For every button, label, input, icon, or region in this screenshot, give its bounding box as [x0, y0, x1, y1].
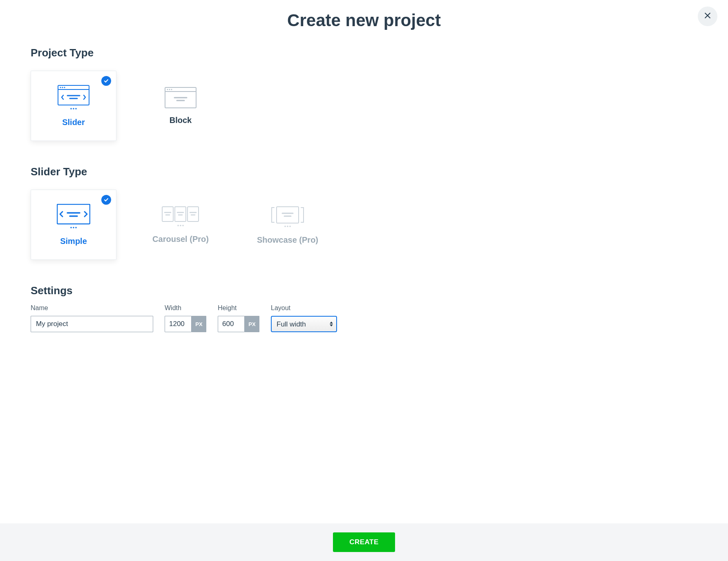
- simple-slider-icon: [57, 204, 90, 229]
- svg-point-42: [289, 226, 291, 227]
- svg-point-15: [169, 89, 170, 90]
- svg-point-40: [284, 226, 286, 227]
- svg-point-36: [182, 225, 184, 226]
- svg-point-4: [60, 87, 61, 88]
- settings-heading: Settings: [31, 284, 697, 297]
- layout-select[interactable]: Full width: [271, 316, 337, 332]
- width-field: Width PX: [165, 304, 206, 332]
- modal-footer: CREATE: [0, 523, 728, 561]
- name-field: Name: [31, 304, 153, 332]
- slider-type-options: Simple: [31, 190, 697, 260]
- svg-point-10: [73, 108, 74, 110]
- svg-point-16: [171, 89, 172, 90]
- carousel-icon: [161, 206, 200, 227]
- name-input[interactable]: [31, 316, 153, 332]
- create-button[interactable]: CREATE: [333, 532, 395, 552]
- slider-type-heading: Slider Type: [31, 165, 697, 178]
- svg-point-9: [70, 108, 72, 110]
- svg-point-34: [177, 225, 179, 226]
- close-icon: [703, 11, 712, 21]
- card-label: Carousel (Pro): [152, 235, 209, 244]
- close-button[interactable]: [698, 7, 717, 26]
- svg-point-14: [167, 89, 168, 90]
- width-label: Width: [165, 304, 206, 312]
- card-label: Simple: [60, 237, 87, 246]
- svg-point-41: [287, 226, 288, 227]
- svg-point-6: [64, 87, 65, 88]
- create-project-modal: Create new project Project Type: [0, 0, 728, 561]
- card-label: Block: [170, 116, 192, 125]
- layout-field: Layout Full width: [271, 304, 337, 332]
- layout-label: Layout: [271, 304, 337, 312]
- svg-point-24: [75, 227, 77, 228]
- svg-point-22: [70, 227, 72, 228]
- showcase-icon: [271, 205, 304, 228]
- svg-point-5: [62, 87, 63, 88]
- height-input[interactable]: [218, 316, 245, 332]
- svg-point-35: [180, 225, 181, 226]
- settings-row: Name Width PX Height PX Layout: [31, 304, 697, 332]
- svg-point-11: [75, 108, 77, 110]
- block-icon: [165, 87, 197, 108]
- svg-rect-27: [188, 207, 199, 221]
- height-label: Height: [218, 304, 259, 312]
- slider-type-showcase[interactable]: Showcase (Pro): [245, 190, 331, 260]
- check-icon: [101, 76, 111, 86]
- width-input[interactable]: [165, 316, 192, 332]
- modal-title: Create new project: [31, 11, 697, 30]
- svg-point-23: [73, 227, 74, 228]
- svg-rect-19: [57, 204, 90, 224]
- slider-icon: [58, 85, 89, 110]
- height-unit: PX: [245, 316, 259, 332]
- name-label: Name: [31, 304, 153, 312]
- project-type-heading: Project Type: [31, 47, 697, 59]
- slider-type-simple[interactable]: Simple: [31, 190, 116, 260]
- card-label: Showcase (Pro): [257, 235, 318, 245]
- height-field: Height PX: [218, 304, 259, 332]
- project-type-block[interactable]: Block: [138, 71, 223, 141]
- check-icon: [101, 195, 111, 205]
- svg-rect-26: [175, 207, 186, 221]
- slider-type-carousel[interactable]: Carousel (Pro): [138, 190, 223, 260]
- project-type-options: Slider Block: [31, 71, 697, 141]
- svg-rect-37: [277, 207, 299, 223]
- card-label: Slider: [62, 118, 85, 127]
- svg-rect-25: [162, 207, 173, 221]
- width-unit: PX: [192, 316, 206, 332]
- project-type-slider[interactable]: Slider: [31, 71, 116, 141]
